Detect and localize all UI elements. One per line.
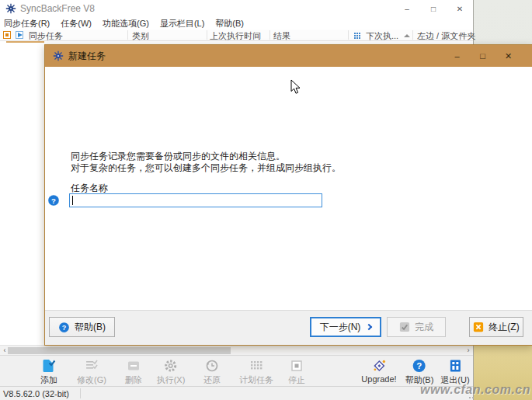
- modify-icon: [84, 358, 99, 374]
- add-task-button[interactable]: 添加: [40, 358, 57, 386]
- watermark-text: www.cfan.com.cn: [420, 383, 530, 397]
- svg-text:?: ?: [62, 323, 67, 331]
- minimize-button[interactable]: –: [394, 0, 420, 17]
- check-icon: [399, 322, 410, 332]
- dialog-logo-icon: [53, 50, 64, 61]
- run-task-button[interactable]: 执行(X): [157, 358, 186, 386]
- dialog-title: 新建任务: [68, 50, 106, 63]
- exit-icon: [447, 358, 463, 374]
- column-header-task[interactable]: 同步任务: [29, 30, 63, 42]
- statusbar: V8.5.62.0 (32-bit): [0, 386, 473, 400]
- scrollbar-thumb[interactable]: [8, 347, 231, 354]
- stop-button[interactable]: 停止: [288, 358, 305, 386]
- svg-text:?: ?: [416, 361, 422, 370]
- gear-icon: [163, 358, 179, 374]
- column-header-category[interactable]: 类别: [132, 30, 149, 42]
- column-divider[interactable]: [412, 30, 413, 40]
- bottom-toolbar: 添加 修改(G) 删除 执行(X): [0, 355, 473, 386]
- version-text: V8.5.62.0 (32-bit): [3, 389, 69, 398]
- upgrade-diamond-icon: [371, 358, 387, 374]
- dialog-maximize-button[interactable]: □: [470, 45, 495, 67]
- mouse-cursor: [290, 79, 301, 95]
- dialog-close-button[interactable]: ✕: [495, 45, 521, 67]
- svg-text:?: ?: [51, 197, 56, 205]
- abort-button[interactable]: 终止(Z): [469, 317, 523, 337]
- app-logo-icon: [5, 3, 16, 14]
- schedule-button[interactable]: 计划任务: [239, 358, 273, 386]
- grid-icon[interactable]: [354, 33, 356, 34]
- help-icon: ?: [412, 358, 427, 374]
- dialog-titlebar[interactable]: 新建任务 – □ ✕: [45, 45, 532, 67]
- dialog-help-button[interactable]: ? 帮助(B): [49, 317, 115, 337]
- text-caret: [72, 196, 73, 205]
- resize-grip[interactable]: [469, 397, 471, 398]
- upgrade-button[interactable]: Upgrade!: [361, 358, 396, 384]
- info-question-icon: ?: [47, 194, 60, 207]
- menu-item-options[interactable]: 功能选项(G): [103, 18, 149, 30]
- chevron-right-icon: [366, 324, 372, 330]
- column-header-left-source[interactable]: 左边 / 源文件夹: [417, 30, 475, 42]
- next-step-button[interactable]: 下一步(N): [310, 317, 381, 337]
- menu-item-help[interactable]: 帮助(B): [215, 18, 244, 30]
- maximize-button[interactable]: □: [420, 0, 447, 17]
- sort-ascending-icon: [404, 34, 410, 37]
- menu-item-sync-tasks[interactable]: 同步任务(R): [4, 18, 50, 30]
- menu-item-task[interactable]: 任务(W): [61, 18, 92, 30]
- restore-button[interactable]: 还原: [203, 358, 221, 386]
- dialog-info-line2: 对于复杂的任务，您可以创建多个同步任务，并组成同步组执行。: [71, 162, 341, 175]
- column-divider[interactable]: [269, 30, 270, 40]
- dialog-minimize-button[interactable]: –: [444, 45, 470, 67]
- list-column-headers: 同步任务 类别 上次执行时间 结果 下次执... 左边 / 源文件夹: [0, 30, 473, 41]
- finish-button[interactable]: 完成: [387, 317, 446, 337]
- help-icon: ?: [58, 322, 70, 333]
- add-icon: [41, 358, 57, 374]
- help-button[interactable]: ? 帮助(B): [405, 358, 434, 386]
- checkbox-column-icon[interactable]: [3, 31, 11, 39]
- scroll-right-arrow[interactable]: ›: [464, 346, 472, 355]
- abort-x-icon: [473, 322, 484, 332]
- column-divider[interactable]: [127, 30, 128, 40]
- new-task-dialog: 新建任务 – □ ✕ 同步任务记录您需要备份或同步的文件的相关信息。 对于复杂的…: [44, 44, 532, 346]
- column-header-next-run[interactable]: 下次执...: [366, 30, 398, 42]
- dialog-footer: ? 帮助(B) 下一步(N) 完成 终止(Z): [45, 310, 532, 345]
- column-header-result[interactable]: 结果: [273, 30, 290, 42]
- restore-clock-icon: [204, 358, 220, 374]
- column-header-last-run[interactable]: 上次执行时间: [210, 30, 261, 42]
- modify-task-button[interactable]: 修改(G): [77, 358, 106, 386]
- menu-item-columns[interactable]: 显示栏目(L): [160, 18, 204, 30]
- main-titlebar: SyncBackFree V8 – □ ✕: [0, 0, 473, 17]
- stop-icon: [289, 358, 304, 374]
- delete-icon: [126, 358, 141, 374]
- statusbar-divider: [80, 388, 81, 398]
- horizontal-scrollbar[interactable]: ‹ ›: [0, 345, 473, 355]
- task-name-input[interactable]: [69, 193, 322, 207]
- run-column-icon[interactable]: [16, 31, 23, 39]
- delete-task-button[interactable]: 删除: [125, 358, 142, 386]
- close-button[interactable]: ✕: [447, 0, 473, 17]
- column-divider[interactable]: [207, 30, 207, 40]
- schedule-grid-icon: [249, 358, 264, 374]
- dialog-body: 同步任务记录您需要备份或同步的文件的相关信息。 对于复杂的任务，您可以创建多个同…: [45, 67, 532, 310]
- selected-row-sliver: [6, 41, 44, 43]
- menubar: 同步任务(R) 任务(W) 功能选项(G) 显示栏目(L) 帮助(B): [0, 17, 473, 30]
- column-divider[interactable]: [348, 30, 349, 40]
- window-title: SyncBackFree V8: [20, 3, 95, 14]
- exit-button[interactable]: 退出(U): [440, 358, 469, 386]
